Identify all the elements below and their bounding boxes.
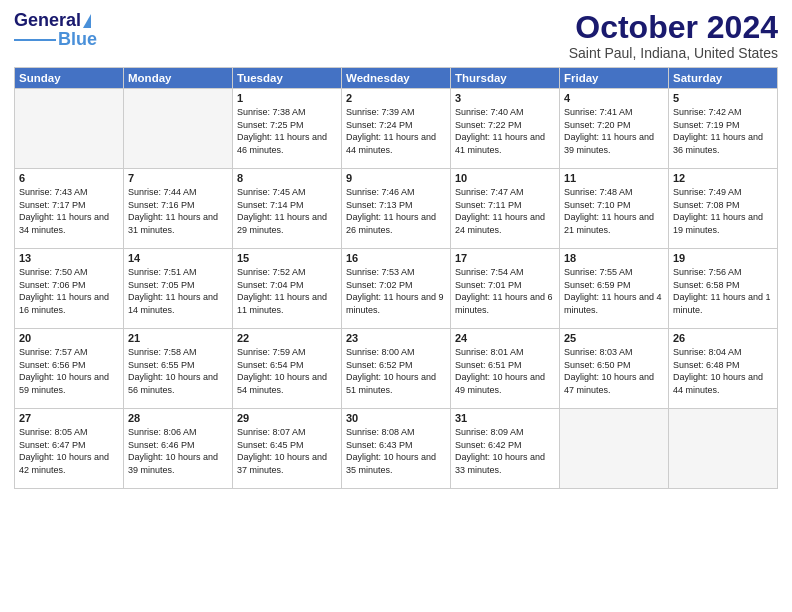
- cell-info: Sunrise: 7:51 AMSunset: 7:05 PMDaylight:…: [128, 266, 228, 316]
- calendar-cell: 19Sunrise: 7:56 AMSunset: 6:58 PMDayligh…: [669, 249, 778, 329]
- day-number: 28: [128, 412, 228, 424]
- calendar-cell: 8Sunrise: 7:45 AMSunset: 7:14 PMDaylight…: [233, 169, 342, 249]
- cell-info: Sunrise: 8:06 AMSunset: 6:46 PMDaylight:…: [128, 426, 228, 476]
- day-number: 11: [564, 172, 664, 184]
- day-number: 25: [564, 332, 664, 344]
- cell-info: Sunrise: 7:43 AMSunset: 7:17 PMDaylight:…: [19, 186, 119, 236]
- day-number: 23: [346, 332, 446, 344]
- day-number: 10: [455, 172, 555, 184]
- cell-info: Sunrise: 7:38 AMSunset: 7:25 PMDaylight:…: [237, 106, 337, 156]
- calendar-cell: 16Sunrise: 7:53 AMSunset: 7:02 PMDayligh…: [342, 249, 451, 329]
- calendar-cell: [124, 89, 233, 169]
- day-number: 6: [19, 172, 119, 184]
- day-number: 1: [237, 92, 337, 104]
- day-number: 27: [19, 412, 119, 424]
- day-header-sunday: Sunday: [15, 68, 124, 89]
- cell-info: Sunrise: 8:01 AMSunset: 6:51 PMDaylight:…: [455, 346, 555, 396]
- cell-info: Sunrise: 8:05 AMSunset: 6:47 PMDaylight:…: [19, 426, 119, 476]
- cell-info: Sunrise: 8:00 AMSunset: 6:52 PMDaylight:…: [346, 346, 446, 396]
- month-title: October 2024: [569, 10, 778, 45]
- cell-info: Sunrise: 8:03 AMSunset: 6:50 PMDaylight:…: [564, 346, 664, 396]
- calendar-cell: 10Sunrise: 7:47 AMSunset: 7:11 PMDayligh…: [451, 169, 560, 249]
- calendar-cell: 27Sunrise: 8:05 AMSunset: 6:47 PMDayligh…: [15, 409, 124, 489]
- day-number: 14: [128, 252, 228, 264]
- cell-info: Sunrise: 7:55 AMSunset: 6:59 PMDaylight:…: [564, 266, 664, 316]
- calendar-cell: 13Sunrise: 7:50 AMSunset: 7:06 PMDayligh…: [15, 249, 124, 329]
- cell-info: Sunrise: 7:39 AMSunset: 7:24 PMDaylight:…: [346, 106, 446, 156]
- day-number: 29: [237, 412, 337, 424]
- cell-info: Sunrise: 7:50 AMSunset: 7:06 PMDaylight:…: [19, 266, 119, 316]
- calendar-cell: 30Sunrise: 8:08 AMSunset: 6:43 PMDayligh…: [342, 409, 451, 489]
- day-number: 3: [455, 92, 555, 104]
- day-number: 17: [455, 252, 555, 264]
- logo: General Blue: [14, 10, 97, 50]
- day-number: 12: [673, 172, 773, 184]
- calendar-cell: 18Sunrise: 7:55 AMSunset: 6:59 PMDayligh…: [560, 249, 669, 329]
- calendar-cell: 17Sunrise: 7:54 AMSunset: 7:01 PMDayligh…: [451, 249, 560, 329]
- calendar-cell: 3Sunrise: 7:40 AMSunset: 7:22 PMDaylight…: [451, 89, 560, 169]
- day-number: 22: [237, 332, 337, 344]
- cell-info: Sunrise: 7:42 AMSunset: 7:19 PMDaylight:…: [673, 106, 773, 156]
- calendar-cell: 28Sunrise: 8:06 AMSunset: 6:46 PMDayligh…: [124, 409, 233, 489]
- location: Saint Paul, Indiana, United States: [569, 45, 778, 61]
- cell-info: Sunrise: 7:45 AMSunset: 7:14 PMDaylight:…: [237, 186, 337, 236]
- day-number: 18: [564, 252, 664, 264]
- calendar-cell: [15, 89, 124, 169]
- day-number: 9: [346, 172, 446, 184]
- logo-general: General: [14, 10, 81, 31]
- day-number: 16: [346, 252, 446, 264]
- calendar-cell: 15Sunrise: 7:52 AMSunset: 7:04 PMDayligh…: [233, 249, 342, 329]
- cell-info: Sunrise: 7:52 AMSunset: 7:04 PMDaylight:…: [237, 266, 337, 316]
- day-number: 19: [673, 252, 773, 264]
- cell-info: Sunrise: 7:48 AMSunset: 7:10 PMDaylight:…: [564, 186, 664, 236]
- day-number: 8: [237, 172, 337, 184]
- title-block: October 2024 Saint Paul, Indiana, United…: [569, 10, 778, 61]
- logo-blue: Blue: [58, 29, 97, 50]
- calendar-table: SundayMondayTuesdayWednesdayThursdayFrid…: [14, 67, 778, 489]
- cell-info: Sunrise: 7:56 AMSunset: 6:58 PMDaylight:…: [673, 266, 773, 316]
- header: General Blue October 2024 Saint Paul, In…: [14, 10, 778, 61]
- day-number: 15: [237, 252, 337, 264]
- day-number: 4: [564, 92, 664, 104]
- day-header-friday: Friday: [560, 68, 669, 89]
- calendar-cell: 7Sunrise: 7:44 AMSunset: 7:16 PMDaylight…: [124, 169, 233, 249]
- cell-info: Sunrise: 7:47 AMSunset: 7:11 PMDaylight:…: [455, 186, 555, 236]
- calendar-cell: [560, 409, 669, 489]
- day-header-wednesday: Wednesday: [342, 68, 451, 89]
- calendar-cell: 11Sunrise: 7:48 AMSunset: 7:10 PMDayligh…: [560, 169, 669, 249]
- cell-info: Sunrise: 7:58 AMSunset: 6:55 PMDaylight:…: [128, 346, 228, 396]
- day-number: 5: [673, 92, 773, 104]
- calendar-cell: 26Sunrise: 8:04 AMSunset: 6:48 PMDayligh…: [669, 329, 778, 409]
- cell-info: Sunrise: 8:09 AMSunset: 6:42 PMDaylight:…: [455, 426, 555, 476]
- cell-info: Sunrise: 8:07 AMSunset: 6:45 PMDaylight:…: [237, 426, 337, 476]
- calendar-cell: 6Sunrise: 7:43 AMSunset: 7:17 PMDaylight…: [15, 169, 124, 249]
- calendar-cell: 20Sunrise: 7:57 AMSunset: 6:56 PMDayligh…: [15, 329, 124, 409]
- day-header-thursday: Thursday: [451, 68, 560, 89]
- calendar-cell: 9Sunrise: 7:46 AMSunset: 7:13 PMDaylight…: [342, 169, 451, 249]
- calendar-cell: 25Sunrise: 8:03 AMSunset: 6:50 PMDayligh…: [560, 329, 669, 409]
- calendar-cell: 23Sunrise: 8:00 AMSunset: 6:52 PMDayligh…: [342, 329, 451, 409]
- cell-info: Sunrise: 7:40 AMSunset: 7:22 PMDaylight:…: [455, 106, 555, 156]
- cell-info: Sunrise: 7:53 AMSunset: 7:02 PMDaylight:…: [346, 266, 446, 316]
- day-header-saturday: Saturday: [669, 68, 778, 89]
- calendar-cell: 12Sunrise: 7:49 AMSunset: 7:08 PMDayligh…: [669, 169, 778, 249]
- cell-info: Sunrise: 7:41 AMSunset: 7:20 PMDaylight:…: [564, 106, 664, 156]
- day-number: 21: [128, 332, 228, 344]
- calendar-cell: 4Sunrise: 7:41 AMSunset: 7:20 PMDaylight…: [560, 89, 669, 169]
- page-container: General Blue October 2024 Saint Paul, In…: [0, 0, 792, 499]
- day-number: 20: [19, 332, 119, 344]
- cell-info: Sunrise: 8:08 AMSunset: 6:43 PMDaylight:…: [346, 426, 446, 476]
- calendar-cell: 29Sunrise: 8:07 AMSunset: 6:45 PMDayligh…: [233, 409, 342, 489]
- day-number: 13: [19, 252, 119, 264]
- calendar-cell: 1Sunrise: 7:38 AMSunset: 7:25 PMDaylight…: [233, 89, 342, 169]
- calendar-cell: 5Sunrise: 7:42 AMSunset: 7:19 PMDaylight…: [669, 89, 778, 169]
- cell-info: Sunrise: 7:54 AMSunset: 7:01 PMDaylight:…: [455, 266, 555, 316]
- calendar-cell: 22Sunrise: 7:59 AMSunset: 6:54 PMDayligh…: [233, 329, 342, 409]
- calendar-cell: 31Sunrise: 8:09 AMSunset: 6:42 PMDayligh…: [451, 409, 560, 489]
- day-header-monday: Monday: [124, 68, 233, 89]
- cell-info: Sunrise: 7:57 AMSunset: 6:56 PMDaylight:…: [19, 346, 119, 396]
- day-number: 26: [673, 332, 773, 344]
- cell-info: Sunrise: 7:49 AMSunset: 7:08 PMDaylight:…: [673, 186, 773, 236]
- day-header-tuesday: Tuesday: [233, 68, 342, 89]
- calendar-cell: 21Sunrise: 7:58 AMSunset: 6:55 PMDayligh…: [124, 329, 233, 409]
